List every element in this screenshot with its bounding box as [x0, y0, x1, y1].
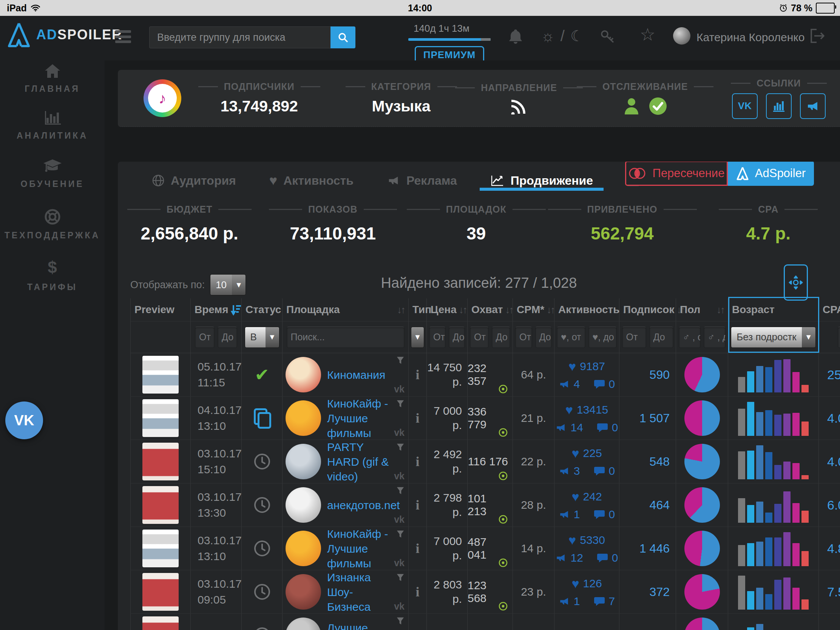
- platform-name-link[interactable]: анекдотов.net: [327, 498, 400, 513]
- column-header-subs[interactable]: Подписок↓↑: [619, 298, 676, 321]
- column-header-cpm[interactable]: CPM*↓↑: [513, 298, 554, 321]
- type-info-icon[interactable]: i: [409, 614, 427, 630]
- logout-icon[interactable]: [809, 28, 826, 44]
- platform-avatar[interactable]: [286, 617, 321, 630]
- adspoiler-logo[interactable]: ADSPOILER: [7, 21, 122, 48]
- filter-cpm-from[interactable]: От: [515, 327, 532, 348]
- platform-name-link[interactable]: КиноКайф - Лучшие фильмы: [327, 526, 395, 571]
- filter-cpa-from[interactable]: От: [838, 327, 840, 348]
- filter-funnel-icon[interactable]: [396, 399, 404, 408]
- reach-eye-icon[interactable]: [498, 471, 508, 481]
- tab-audience[interactable]: Аудитория: [152, 162, 236, 199]
- adspoiler-button[interactable]: AdSpoiler: [728, 162, 814, 186]
- vk-link-button[interactable]: VK: [732, 93, 758, 119]
- theme-toggle-icon[interactable]: ☼ / ☾: [541, 27, 585, 44]
- post-preview-thumbnail[interactable]: [142, 486, 178, 524]
- search-button[interactable]: [330, 27, 355, 48]
- user-avatar[interactable]: [673, 27, 690, 44]
- column-header-price[interactable]: Цена↓↑: [427, 298, 467, 321]
- column-header-activity[interactable]: Активность↓↑: [554, 298, 619, 321]
- post-preview-thumbnail[interactable]: [142, 616, 178, 630]
- column-header-platform[interactable]: Площадка↓↑: [283, 298, 409, 321]
- filter-subs-from[interactable]: От: [622, 327, 646, 348]
- filter-time-to[interactable]: До: [218, 327, 237, 348]
- vk-fab-button[interactable]: VK: [5, 401, 43, 439]
- platform-name-link[interactable]: PARTY HARD (gif & video): [327, 440, 395, 484]
- reach-eye-icon[interactable]: [498, 428, 508, 437]
- filter-cpm-to[interactable]: До: [535, 327, 552, 348]
- sidebar-item-analytics[interactable]: АНАЛИТИКА: [0, 109, 105, 141]
- ads-link-button[interactable]: [800, 93, 826, 119]
- sort-arrows-icon[interactable]: ↓↑: [546, 304, 554, 316]
- type-info-icon[interactable]: i: [409, 396, 427, 440]
- filter-funnel-icon[interactable]: [396, 573, 404, 582]
- sort-arrows-icon[interactable]: ↓↑: [505, 304, 513, 316]
- platform-avatar[interactable]: [286, 400, 321, 436]
- column-header-type[interactable]: Тип: [409, 298, 427, 321]
- platform-avatar[interactable]: [286, 574, 321, 609]
- tab-ads[interactable]: Реклама: [387, 162, 457, 199]
- platform-avatar[interactable]: [286, 531, 321, 566]
- post-preview-thumbnail[interactable]: [142, 399, 178, 437]
- platform-avatar[interactable]: [286, 444, 321, 479]
- tab-activity[interactable]: ♥Активность: [269, 162, 354, 199]
- filter-price-to[interactable]: До: [449, 327, 465, 348]
- search-input[interactable]: Введите группу для поиска: [149, 27, 330, 48]
- notifications-bell-icon[interactable]: [508, 28, 523, 44]
- filter-funnel-icon[interactable]: [396, 486, 404, 495]
- vk-source-icon[interactable]: vk: [394, 514, 404, 525]
- filter-funnel-icon[interactable]: [396, 530, 404, 538]
- intersection-button[interactable]: Пересечение: [625, 162, 728, 186]
- favorites-star-icon[interactable]: ☆: [640, 24, 655, 44]
- post-preview-thumbnail[interactable]: [142, 443, 178, 480]
- sidebar-item-education[interactable]: ОБУЧЕНИЕ: [0, 159, 105, 189]
- column-header-time[interactable]: Время: [191, 298, 242, 321]
- platform-name-link[interactable]: КиноКайф - Лучшие фильмы: [327, 396, 395, 441]
- sort-arrows-icon[interactable]: ↓↑: [717, 304, 724, 316]
- filter-funnel-icon[interactable]: [396, 356, 404, 365]
- filter-price-from[interactable]: От: [429, 327, 446, 348]
- type-info-icon[interactable]: i: [409, 570, 427, 613]
- vk-source-icon[interactable]: vk: [394, 471, 404, 482]
- type-info-icon[interactable]: i: [409, 440, 427, 483]
- sort-arrows-icon[interactable]: ↓↑: [459, 304, 466, 316]
- platform-name-link[interactable]: Киномания: [327, 368, 385, 382]
- move-columns-button[interactable]: [784, 264, 808, 301]
- type-info-icon[interactable]: i: [409, 483, 427, 526]
- post-preview-thumbnail[interactable]: [142, 573, 178, 611]
- post-preview-thumbnail[interactable]: [142, 529, 178, 567]
- vk-source-icon[interactable]: vk: [394, 384, 404, 395]
- type-info-icon[interactable]: i: [409, 527, 427, 570]
- vk-source-icon[interactable]: vk: [394, 427, 404, 438]
- platform-name-link[interactable]: Изнанка Шоу-Бизнеса: [327, 570, 395, 614]
- column-header-reach[interactable]: Охват↓↑: [467, 298, 513, 321]
- filter-platform-search[interactable]: Поиск...: [287, 327, 404, 348]
- filter-subs-to[interactable]: До: [649, 327, 673, 348]
- sort-desc-icon[interactable]: [231, 304, 242, 315]
- platform-avatar[interactable]: [286, 487, 321, 523]
- platform-name-link[interactable]: Лучшие стихи: [327, 621, 395, 630]
- user-name[interactable]: Катерина Короленко: [696, 31, 805, 44]
- column-header-cpa[interactable]: CPA: [819, 298, 840, 321]
- sidebar-item-support[interactable]: ТЕХПОДДЕРЖКА: [0, 208, 105, 241]
- column-header-gender[interactable]: Пол↓↑: [676, 298, 728, 321]
- filter-funnel-icon[interactable]: [396, 443, 404, 452]
- stats-link-button[interactable]: [766, 93, 792, 119]
- vk-source-icon[interactable]: vk: [394, 601, 404, 612]
- filter-age-select[interactable]: Без подростк▼: [731, 327, 815, 348]
- filter-status-select[interactable]: В▼: [245, 327, 279, 348]
- sort-arrows-icon[interactable]: ↓↑: [397, 304, 404, 316]
- vk-source-icon[interactable]: vk: [394, 557, 404, 568]
- filter-likes-to[interactable]: ♥, до: [589, 327, 617, 348]
- type-info-icon[interactable]: i: [409, 353, 427, 396]
- tab-promotion[interactable]: Продвижение: [490, 162, 593, 199]
- reach-eye-icon[interactable]: [498, 515, 508, 524]
- group-avatar[interactable]: ♪: [144, 79, 181, 117]
- post-preview-thumbnail[interactable]: [142, 356, 178, 393]
- filter-reach-to[interactable]: До: [492, 327, 511, 348]
- platform-avatar[interactable]: [286, 357, 321, 392]
- filter-reach-from[interactable]: От: [470, 327, 489, 348]
- column-header-preview[interactable]: Preview: [130, 298, 191, 321]
- filter-gender-from[interactable]: ♂ , с: [679, 327, 701, 348]
- reach-eye-icon[interactable]: [498, 601, 508, 611]
